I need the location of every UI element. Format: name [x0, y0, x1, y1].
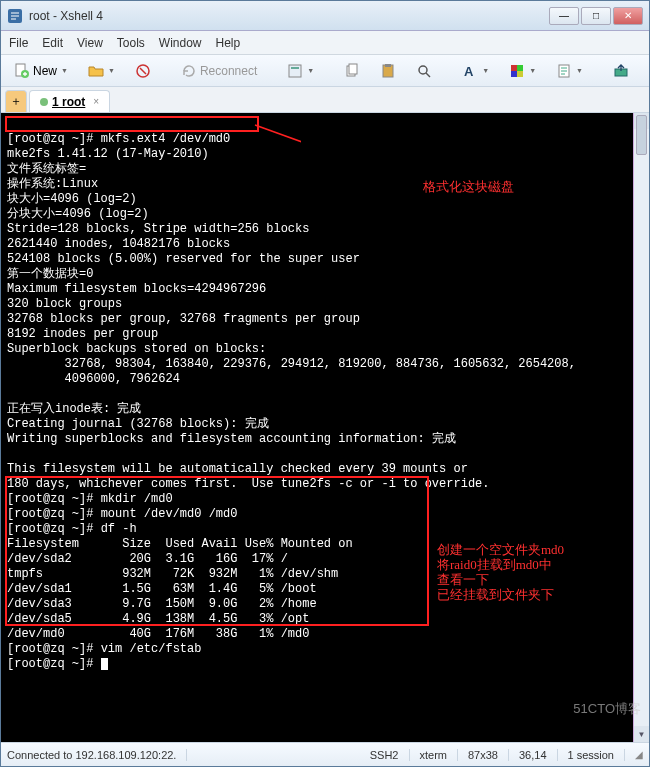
- script-icon: [556, 63, 572, 79]
- status-protocol: SSH2: [370, 749, 410, 761]
- new-button[interactable]: New▼: [7, 60, 75, 82]
- open-button[interactable]: ▼: [81, 60, 122, 82]
- menu-view[interactable]: View: [77, 36, 103, 50]
- status-dot-icon: [40, 98, 48, 106]
- close-button[interactable]: ✕: [613, 7, 643, 25]
- transfer-icon: [613, 63, 629, 79]
- svg-rect-5: [291, 67, 299, 69]
- status-pos: 36,14: [519, 749, 558, 761]
- properties-icon: [287, 63, 303, 79]
- svg-text:A: A: [464, 64, 474, 79]
- svg-point-10: [419, 66, 427, 74]
- terminal-area: [root@zq ~]# mkfs.ext4 /dev/md0 mke2fs 1…: [1, 113, 649, 742]
- svg-rect-4: [289, 65, 301, 77]
- status-sessions: 1 session: [568, 749, 625, 761]
- copy-button[interactable]: [337, 60, 367, 82]
- window-title: root - Xshell 4: [29, 9, 549, 23]
- watermark: 51CTO博客: [573, 700, 641, 718]
- new-label: New: [33, 64, 57, 78]
- color-icon: [509, 63, 525, 79]
- window-buttons: — □ ✕: [549, 7, 643, 25]
- reconnect-label: Reconnect: [200, 64, 257, 78]
- svg-rect-14: [511, 71, 517, 77]
- find-button[interactable]: [409, 60, 439, 82]
- statusbar: Connected to 192.168.109.120:22. SSH2 xt…: [1, 742, 649, 766]
- menu-file[interactable]: File: [9, 36, 28, 50]
- font-button[interactable]: A▼: [455, 60, 496, 82]
- terminal[interactable]: [root@zq ~]# mkfs.ext4 /dev/md0 mke2fs 1…: [1, 113, 649, 742]
- font-icon: A: [462, 63, 478, 79]
- menubar: File Edit View Tools Window Help: [1, 31, 649, 55]
- status-term: xterm: [420, 749, 459, 761]
- minimize-button[interactable]: —: [549, 7, 579, 25]
- svg-rect-9: [385, 64, 391, 67]
- disconnect-button[interactable]: [128, 60, 158, 82]
- status-connection: Connected to 192.168.109.120:22.: [7, 749, 187, 761]
- status-size: 87x38: [468, 749, 509, 761]
- folder-icon: [88, 63, 104, 79]
- maximize-button[interactable]: □: [581, 7, 611, 25]
- session-tab[interactable]: 1 root ×: [29, 90, 110, 112]
- toolbar: New▼ ▼ Reconnect ▼ A▼ ▼ ▼ ?▼: [1, 55, 649, 87]
- menu-help[interactable]: Help: [216, 36, 241, 50]
- new-tab-button[interactable]: ＋: [5, 90, 27, 112]
- menu-window[interactable]: Window: [159, 36, 202, 50]
- disconnect-icon: [135, 63, 151, 79]
- tab-close-icon[interactable]: ×: [93, 96, 99, 107]
- transfer-button[interactable]: [606, 60, 636, 82]
- scroll-thumb[interactable]: [636, 115, 647, 155]
- color-button[interactable]: ▼: [502, 60, 543, 82]
- svg-rect-12: [511, 65, 517, 71]
- tab-label: 1 root: [52, 95, 85, 109]
- reconnect-icon: [181, 63, 197, 79]
- menu-edit[interactable]: Edit: [42, 36, 63, 50]
- reconnect-button[interactable]: Reconnect: [174, 60, 264, 82]
- scrollbar[interactable]: ▲ ▼: [633, 113, 649, 742]
- svg-rect-7: [349, 64, 357, 74]
- tunnel-button[interactable]: [642, 60, 650, 82]
- svg-rect-15: [517, 71, 523, 77]
- resize-grip-icon[interactable]: ◢: [635, 749, 643, 760]
- titlebar: root - Xshell 4 — □ ✕: [1, 1, 649, 31]
- find-icon: [416, 63, 432, 79]
- paste-icon: [380, 63, 396, 79]
- menu-tools[interactable]: Tools: [117, 36, 145, 50]
- tabbar: ＋ 1 root ×: [1, 87, 649, 113]
- new-icon: [14, 63, 30, 79]
- paste-button[interactable]: [373, 60, 403, 82]
- app-window: root - Xshell 4 — □ ✕ File Edit View Too…: [0, 0, 650, 767]
- app-icon: [7, 8, 23, 24]
- properties-button[interactable]: ▼: [280, 60, 321, 82]
- script-button[interactable]: ▼: [549, 60, 590, 82]
- scroll-down-icon[interactable]: ▼: [634, 726, 649, 742]
- svg-rect-13: [517, 65, 523, 71]
- copy-icon: [344, 63, 360, 79]
